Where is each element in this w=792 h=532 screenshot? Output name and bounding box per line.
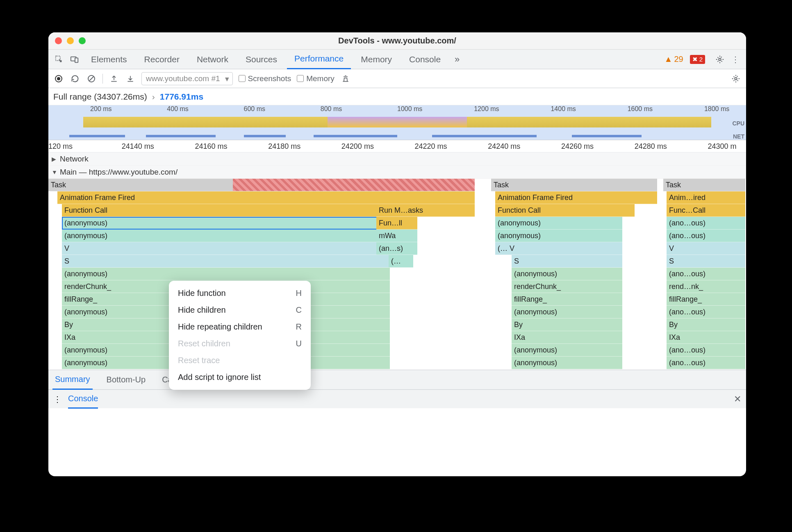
flame-bar[interactable]: (ano…ous) [667, 217, 745, 230]
details-tab[interactable]: Summary [52, 370, 93, 390]
devtools-tabbar: Elements Recorder Network Sources Perfor… [48, 50, 746, 69]
flame-bar[interactable]: (anonymous) [512, 344, 622, 357]
flame-bar[interactable]: IXa [667, 331, 745, 344]
window-titlebar: DevTools - www.youtube.com/ [48, 32, 746, 50]
tab-elements[interactable]: Elements [84, 50, 134, 69]
context-menu-item[interactable]: Add script to ignore list [169, 369, 311, 386]
context-menu-item[interactable]: Hide repeating childrenR [169, 318, 311, 335]
flame-bar[interactable]: Task [663, 179, 745, 191]
flame-bar[interactable]: renderChunk_ [512, 280, 622, 293]
track-main[interactable]: ▼Main — https://www.youtube.com/ [48, 166, 746, 179]
flame-bar[interactable]: (anonymous) [512, 357, 622, 369]
ruler-tick: 24160 ms [195, 142, 227, 151]
errors-badge[interactable]: ✖ 2 [690, 55, 705, 64]
ruler-tick: 24300 m [708, 142, 736, 151]
overview-tick: 800 ms [321, 105, 342, 113]
flame-bar[interactable]: Fun…ll [376, 217, 417, 230]
flame-bar[interactable]: (anonymous) [512, 268, 622, 280]
flame-bar[interactable]: fillRange_ [512, 293, 622, 306]
download-icon[interactable] [125, 73, 136, 84]
flame-bar[interactable]: Animation Frame Fired [495, 191, 657, 204]
flame-bar[interactable]: (anonymous) [62, 268, 390, 280]
kebab-menu-icon[interactable]: ⋮ [729, 53, 742, 66]
flame-bar[interactable]: S [667, 255, 745, 268]
flame-bar[interactable]: S [512, 255, 622, 268]
flame-bar[interactable]: V [62, 242, 390, 255]
flame-bar[interactable]: fillRange_ [667, 293, 745, 306]
settings-icon[interactable] [713, 53, 726, 66]
flame-bar[interactable]: S [62, 255, 390, 268]
context-menu-item[interactable]: Hide childrenC [169, 302, 311, 318]
garbage-collect-icon[interactable] [340, 73, 351, 84]
flame-bar[interactable]: Task [491, 179, 657, 191]
flame-bar[interactable]: (anonymous) [62, 230, 390, 242]
range-breadcrumb: Full range (34307.26ms) › 1776.91ms [48, 88, 746, 105]
detail-ruler[interactable]: 120 ms24140 ms24160 ms24180 ms24200 ms24… [48, 140, 746, 152]
flame-bar[interactable]: (… [389, 255, 413, 268]
track-network[interactable]: ▶Network [48, 152, 746, 166]
tab-network[interactable]: Network [189, 50, 236, 69]
tab-console[interactable]: Console [402, 50, 448, 69]
drawer-tab-console[interactable]: Console [68, 390, 98, 409]
warnings-count: 29 [674, 55, 683, 64]
reload-icon[interactable] [70, 73, 80, 84]
close-drawer-icon[interactable]: ✕ [734, 394, 741, 405]
inspect-element-icon[interactable] [52, 53, 66, 66]
flame-bar[interactable]: (ano…ous) [667, 344, 745, 357]
overview-tick: 200 ms [90, 105, 112, 113]
flame-bar[interactable]: Func…Call [667, 204, 745, 217]
more-tabs-icon[interactable]: » [451, 53, 464, 66]
clear-icon[interactable] [86, 73, 97, 84]
overview-tick: 1400 ms [551, 105, 576, 113]
context-menu-item[interactable]: Hide functionH [169, 285, 311, 302]
memory-checkbox[interactable]: Memory [297, 74, 335, 83]
flame-bar[interactable]: By [512, 318, 622, 331]
full-range-link[interactable]: Full range (34307.26ms) [53, 92, 147, 102]
flame-bar[interactable]: (anonymous) [62, 217, 390, 230]
warnings-badge[interactable]: ▲ 29 [665, 55, 683, 64]
tab-memory[interactable]: Memory [353, 50, 399, 69]
flame-bar[interactable]: (an…s) [376, 242, 417, 255]
flame-bar[interactable]: Function Call [495, 204, 635, 217]
flame-bar[interactable]: rend…nk_ [667, 280, 745, 293]
flame-bar[interactable]: V [667, 242, 745, 255]
flame-bar[interactable]: (ano…ous) [667, 230, 745, 242]
flame-bar[interactable]: (anonymous) [495, 217, 622, 230]
timeline-overview[interactable]: 200 ms400 ms600 ms800 ms1000 ms1200 ms14… [48, 105, 746, 140]
tab-performance[interactable]: Performance [287, 50, 351, 69]
flame-chart[interactable]: ▶Network ▼Main — https://www.youtube.com… [48, 152, 746, 370]
device-toolbar-icon[interactable] [68, 53, 81, 66]
flame-bar[interactable]: Task [48, 179, 475, 191]
details-tabs: SummaryBottom-UpCall TreeEvent Log [48, 370, 746, 389]
overview-tick: 600 ms [244, 105, 265, 113]
console-drawer: ⋮ Console ✕ [48, 389, 746, 408]
flame-bar[interactable]: By [667, 318, 745, 331]
record-icon[interactable] [53, 73, 64, 84]
drawer-menu-icon[interactable]: ⋮ [53, 394, 61, 404]
selected-range[interactable]: 1776.91ms [160, 92, 203, 102]
screenshots-label: Screenshots [248, 74, 291, 83]
flame-bar[interactable]: (ano…ous) [667, 268, 745, 280]
tab-recorder[interactable]: Recorder [137, 50, 187, 69]
tab-sources[interactable]: Sources [238, 50, 284, 69]
memory-label: Memory [306, 74, 335, 83]
flame-bar[interactable]: Animation Frame Fired [57, 191, 475, 204]
flame-bar[interactable]: (… V [495, 242, 622, 255]
flame-bar[interactable]: Run M…asks [376, 204, 475, 217]
flame-bar[interactable]: (ano…ous) [667, 357, 745, 369]
flame-bar[interactable]: (anonymous) [512, 306, 622, 318]
overview-tick: 1000 ms [397, 105, 422, 113]
svg-line-7 [89, 77, 93, 81]
capture-settings-icon[interactable] [731, 73, 741, 84]
screenshots-checkbox[interactable]: Screenshots [239, 74, 291, 83]
details-tab[interactable]: Bottom-Up [104, 370, 148, 390]
ruler-tick: 120 ms [48, 142, 73, 151]
flame-bar[interactable]: mWa [376, 230, 417, 242]
upload-icon[interactable] [109, 73, 119, 84]
flame-bar[interactable]: (ano…ous) [667, 306, 745, 318]
flame-bar[interactable]: (anonymous) [495, 230, 622, 242]
flame-bar[interactable]: Anim…ired [667, 191, 745, 204]
flame-bar[interactable]: IXa [512, 331, 622, 344]
recording-selector[interactable]: www.youtube.com #1 [141, 72, 233, 85]
svg-point-5 [57, 77, 60, 80]
